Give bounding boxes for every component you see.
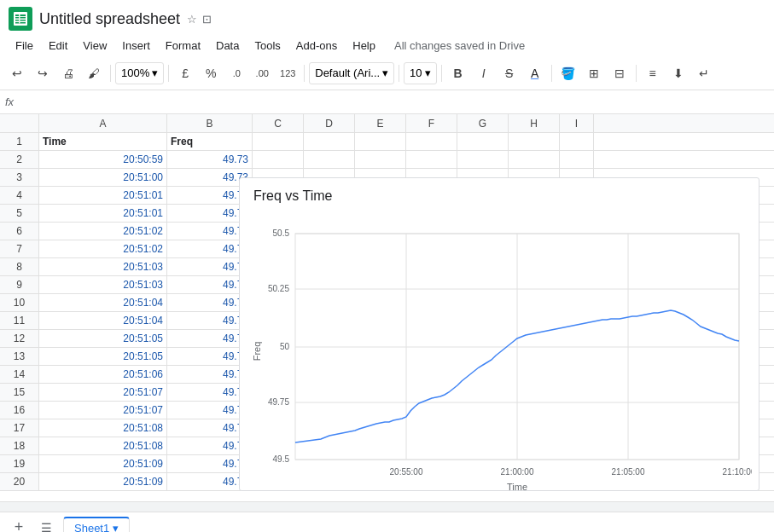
menu-insert[interactable]: Insert bbox=[115, 38, 157, 54]
cell-i-2[interactable] bbox=[560, 151, 594, 168]
svg-rect-2 bbox=[15, 17, 26, 19]
col-header-i[interactable]: I bbox=[560, 114, 594, 132]
cell-time-2[interactable]: 20:50:59 bbox=[39, 151, 167, 168]
more-formats-button[interactable]: 123 bbox=[276, 61, 300, 85]
col-header-d[interactable]: D bbox=[304, 114, 355, 132]
row-num: 2 bbox=[0, 151, 39, 168]
menu-data[interactable]: Data bbox=[209, 38, 246, 54]
print-button[interactable]: 🖨 bbox=[56, 61, 80, 85]
cell-e1[interactable] bbox=[355, 133, 406, 150]
formula-input[interactable] bbox=[19, 93, 769, 112]
doc-title[interactable]: Untitled spreadsheet bbox=[39, 10, 180, 28]
menu-format[interactable]: Format bbox=[159, 38, 207, 54]
strikethrough-button[interactable]: S bbox=[498, 61, 521, 85]
drive-icon[interactable]: ⊡ bbox=[202, 13, 212, 26]
cell-b1[interactable]: Freq bbox=[167, 133, 253, 150]
col-header-h[interactable]: H bbox=[509, 114, 560, 132]
row-num: 17 bbox=[0, 419, 39, 437]
cell-time-9[interactable]: 20:51:03 bbox=[39, 276, 167, 293]
col-header-b[interactable]: B bbox=[167, 114, 253, 132]
redo-button[interactable]: ↪ bbox=[31, 61, 55, 85]
add-sheet-button[interactable]: + bbox=[9, 518, 29, 533]
cell-time-19[interactable]: 20:51:09 bbox=[39, 455, 167, 472]
halign-button[interactable]: ≡ bbox=[641, 61, 665, 85]
cell-time-6[interactable]: 20:51:02 bbox=[39, 223, 167, 240]
cell-f-2[interactable] bbox=[406, 151, 457, 168]
cell-i1[interactable] bbox=[560, 133, 594, 150]
sheet-list-button[interactable]: ☰ bbox=[36, 518, 56, 533]
menu-file[interactable]: File bbox=[9, 38, 40, 54]
chart-container[interactable]: Freq vs Time Freq 50.5 50.25 50 49.75 49… bbox=[239, 177, 759, 491]
menu-help[interactable]: Help bbox=[346, 38, 382, 54]
cell-c1[interactable] bbox=[253, 133, 304, 150]
row-num: 13 bbox=[0, 348, 39, 365]
sep3 bbox=[304, 65, 305, 82]
menu-addons[interactable]: Add-ons bbox=[289, 38, 344, 54]
cell-d1[interactable] bbox=[304, 133, 355, 150]
menu-tools[interactable]: Tools bbox=[247, 38, 287, 54]
cell-d-2[interactable] bbox=[304, 151, 355, 168]
bold-button[interactable]: B bbox=[446, 61, 470, 85]
percent-button[interactable]: % bbox=[199, 61, 223, 85]
zoom-dropdown[interactable]: 100% ▾ bbox=[115, 62, 164, 84]
valign-button[interactable]: ⬇ bbox=[666, 61, 690, 85]
borders-button[interactable]: ⊞ bbox=[582, 61, 606, 85]
hscroll-area[interactable] bbox=[0, 501, 774, 512]
paint-format-button[interactable]: 🖌 bbox=[82, 61, 106, 85]
col-header-c[interactable]: C bbox=[253, 114, 304, 132]
cell-time-13[interactable]: 20:51:05 bbox=[39, 348, 167, 365]
cell-time-4[interactable]: 20:51:01 bbox=[39, 187, 167, 204]
underline-button[interactable]: A bbox=[523, 61, 547, 85]
col-header-g[interactable]: G bbox=[457, 114, 509, 132]
cell-freq-2[interactable]: 49.73 bbox=[167, 151, 253, 168]
sheet-tab-dropdown[interactable]: ▾ bbox=[113, 522, 119, 532]
decimal-dec-button[interactable]: .0 bbox=[224, 61, 248, 85]
col-header-a[interactable]: A bbox=[39, 114, 167, 132]
menu-edit[interactable]: Edit bbox=[42, 38, 74, 54]
cell-g-2[interactable] bbox=[457, 151, 509, 168]
svg-text:50.25: 50.25 bbox=[268, 284, 289, 293]
cell-time-3[interactable]: 20:51:00 bbox=[39, 169, 167, 186]
cell-time-11[interactable]: 20:51:04 bbox=[39, 312, 167, 329]
svg-text:21:05:00: 21:05:00 bbox=[612, 467, 645, 477]
row-num: 14 bbox=[0, 366, 39, 383]
fontsize-value: 10 bbox=[410, 66, 422, 79]
cell-c-2[interactable] bbox=[253, 151, 304, 168]
cell-f1[interactable] bbox=[406, 133, 457, 150]
decimal-inc-button[interactable]: .00 bbox=[250, 61, 274, 85]
cell-e-2[interactable] bbox=[355, 151, 406, 168]
cell-time-16[interactable]: 20:51:07 bbox=[39, 402, 167, 419]
sheet-tab-label: Sheet1 bbox=[74, 522, 109, 532]
cell-time-8[interactable]: 20:51:03 bbox=[39, 258, 167, 275]
star-icon[interactable]: ☆ bbox=[187, 13, 197, 26]
font-dropdown[interactable]: Default (Ari... ▾ bbox=[309, 62, 394, 84]
cell-time-7[interactable]: 20:51:02 bbox=[39, 240, 167, 257]
title-bar: Untitled spreadsheet ☆ ⊡ bbox=[0, 0, 774, 34]
currency-button[interactable]: £ bbox=[173, 61, 197, 85]
y-axis-label: Freq bbox=[252, 342, 262, 361]
cell-time-14[interactable]: 20:51:06 bbox=[39, 366, 167, 383]
cell-time-10[interactable]: 20:51:04 bbox=[39, 294, 167, 311]
sheet-tab-sheet1[interactable]: Sheet1 ▾ bbox=[63, 517, 130, 532]
fontsize-dropdown[interactable]: 10 ▾ bbox=[404, 62, 436, 84]
merge-button[interactable]: ⊟ bbox=[608, 61, 631, 85]
underline-label: A bbox=[531, 66, 538, 80]
wrap-button[interactable]: ↵ bbox=[692, 61, 716, 85]
cell-time-20[interactable]: 20:51:09 bbox=[39, 473, 167, 490]
row-num: 10 bbox=[0, 294, 39, 311]
undo-button[interactable]: ↩ bbox=[5, 61, 29, 85]
cell-a1[interactable]: Time bbox=[39, 133, 167, 150]
col-header-e[interactable]: E bbox=[355, 114, 406, 132]
col-header-f[interactable]: F bbox=[406, 114, 457, 132]
fill-color-button[interactable]: 🪣 bbox=[556, 61, 580, 85]
cell-time-5[interactable]: 20:51:01 bbox=[39, 205, 167, 222]
cell-time-12[interactable]: 20:51:05 bbox=[39, 330, 167, 347]
italic-button[interactable]: I bbox=[472, 61, 496, 85]
cell-h-2[interactable] bbox=[509, 151, 560, 168]
menu-view[interactable]: View bbox=[76, 38, 113, 54]
cell-time-17[interactable]: 20:51:08 bbox=[39, 419, 167, 437]
cell-time-18[interactable]: 20:51:08 bbox=[39, 437, 167, 454]
cell-g1[interactable] bbox=[457, 133, 509, 150]
cell-time-15[interactable]: 20:51:07 bbox=[39, 384, 167, 401]
cell-h1[interactable] bbox=[509, 133, 560, 150]
